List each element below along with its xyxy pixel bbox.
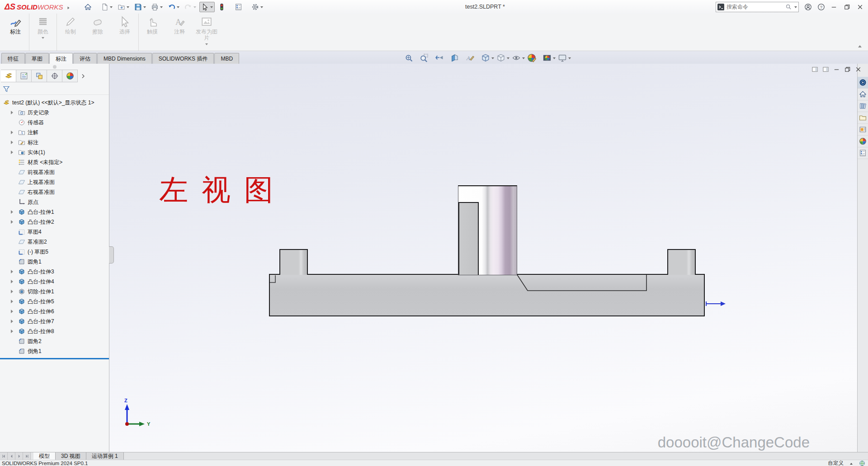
dropdown-caret-icon[interactable]: [110, 6, 113, 9]
part-right-boss[interactable]: [667, 249, 696, 275]
zoom-fit-button[interactable]: [404, 53, 418, 63]
tree-item[interactable]: 材质 <未指定>: [0, 157, 109, 167]
featuremanager-tree-tab[interactable]: [1, 70, 16, 82]
cloud-services-tab[interactable]: [858, 77, 868, 89]
tab-evaluate[interactable]: 评估: [73, 53, 97, 64]
tree-root[interactable]: test2 (默认) <<默认>_显示状态 1>: [0, 98, 109, 108]
tree-item[interactable]: 凸台-拉伸1: [0, 207, 109, 217]
settings-button[interactable]: [250, 2, 265, 12]
tree-item[interactable]: 凸台-拉伸7: [0, 316, 109, 326]
part-left-boss[interactable]: [279, 249, 308, 275]
erase-button[interactable]: 擦除: [84, 14, 111, 51]
dropdown-caret-icon[interactable]: [491, 57, 494, 61]
rollback-bar[interactable]: [0, 358, 109, 359]
expand-arrow-icon[interactable]: [11, 270, 16, 273]
logo-expand-icon[interactable]: [67, 6, 71, 9]
customize-caret-icon[interactable]: [850, 461, 853, 465]
expand-arrow-icon[interactable]: [11, 131, 16, 134]
tree-item[interactable]: 圆角1: [0, 257, 109, 267]
tree-item[interactable]: 右视基准面: [0, 187, 109, 197]
publish-image-button[interactable]: 发布为图片: [193, 14, 220, 51]
doc-pane-right-button[interactable]: [822, 66, 829, 73]
graphics-viewport[interactable]: 左视图 Z Y dooooit@ChangeCode: [109, 64, 857, 452]
minimize-button[interactable]: [830, 4, 837, 10]
dropdown-caret-icon[interactable]: [260, 6, 263, 9]
doc-minimize-button[interactable]: [833, 66, 840, 73]
restore-button[interactable]: [844, 4, 850, 10]
dropdown-caret-icon[interactable]: [143, 6, 146, 9]
rebuild-button[interactable]: [216, 2, 231, 12]
manager-tabs-expand-button[interactable]: [78, 70, 88, 82]
tree-item[interactable]: 凸台-拉伸4: [0, 277, 109, 287]
home-resources-tab[interactable]: [858, 89, 868, 100]
account-icon[interactable]: [804, 3, 812, 11]
print-button[interactable]: [149, 2, 165, 12]
view-palette-tab[interactable]: [858, 124, 868, 136]
previous-view-button[interactable]: [434, 53, 448, 63]
select-tool-button[interactable]: [199, 2, 215, 12]
help-icon[interactable]: [817, 3, 825, 11]
search-icon[interactable]: [785, 4, 792, 10]
tree-item[interactable]: 上视基准面: [0, 177, 109, 187]
view-orientation-button[interactable]: [481, 53, 495, 63]
expand-arrow-icon[interactable]: [11, 151, 16, 154]
view-settings-button[interactable]: [557, 53, 571, 63]
tree-item[interactable]: 注解: [0, 127, 109, 137]
expand-arrow-icon[interactable]: [11, 320, 16, 323]
next-model-nav-button[interactable]: [15, 452, 23, 460]
expand-arrow-icon[interactable]: [11, 310, 16, 313]
property-manager-tab[interactable]: [16, 70, 32, 82]
select-button[interactable]: 选择: [111, 14, 139, 51]
section-view-button[interactable]: [450, 53, 464, 63]
annotation-visibility-button[interactable]: [465, 53, 479, 63]
expand-arrow-icon[interactable]: [11, 210, 16, 214]
tab-mbd[interactable]: MBD: [214, 53, 239, 64]
tab-solidworks-addins[interactable]: SOLIDWORKS 插件: [152, 53, 214, 64]
tree-item[interactable]: 基准面2: [0, 237, 109, 247]
tree-item[interactable]: 倒角1: [0, 346, 109, 356]
tree-item[interactable]: 圆角2: [0, 336, 109, 346]
part-base-plate[interactable]: [269, 274, 705, 316]
dropdown-caret-icon[interactable]: [177, 6, 179, 9]
edit-appearance-button[interactable]: [527, 53, 541, 63]
tab-3d-views[interactable]: 3D 视图: [56, 452, 86, 460]
expand-arrow-icon[interactable]: [11, 290, 16, 293]
ribbon-collapse-icon[interactable]: [858, 43, 862, 47]
part-front-boss[interactable]: [458, 202, 479, 275]
prev-model-nav-button[interactable]: [8, 452, 15, 460]
design-library-tab[interactable]: [858, 100, 868, 112]
dropdown-caret-icon[interactable]: [127, 6, 129, 9]
customize-menu-button[interactable]: 自定义: [828, 460, 844, 466]
tree-item[interactable]: 凸台-拉伸8: [0, 326, 109, 336]
options-button[interactable]: [233, 2, 248, 12]
configuration-manager-tab[interactable]: [32, 70, 47, 82]
custom-properties-tab[interactable]: [858, 147, 868, 159]
tab-mbd-dimensions[interactable]: MBD Dimensions: [97, 53, 152, 64]
undo-button[interactable]: [166, 2, 181, 12]
color-button[interactable]: 颜色: [29, 14, 57, 51]
tree-filter-row[interactable]: [0, 84, 109, 95]
dropdown-caret-icon[interactable]: [42, 37, 44, 40]
new-document-button[interactable]: [99, 2, 114, 12]
panel-grip-handle[interactable]: [53, 65, 57, 69]
touch-button[interactable]: 触摸: [139, 14, 166, 51]
close-button[interactable]: [857, 4, 863, 10]
tree-item[interactable]: 切除-拉伸1: [0, 287, 109, 297]
expand-arrow-icon[interactable]: [11, 329, 16, 333]
tree-item[interactable]: 历史记录: [0, 108, 109, 118]
command-search-box[interactable]: [716, 2, 799, 12]
hide-show-items-button[interactable]: [511, 53, 525, 63]
tree-item[interactable]: 原点: [0, 197, 109, 207]
search-caret-icon[interactable]: [794, 6, 797, 9]
expand-arrow-icon[interactable]: [11, 141, 16, 144]
doc-close-button[interactable]: [855, 66, 862, 73]
dimxpert-manager-tab[interactable]: [47, 70, 62, 82]
tab-sketch[interactable]: 草图: [25, 53, 49, 64]
first-model-nav-button[interactable]: [0, 452, 8, 460]
expand-arrow-icon[interactable]: [11, 220, 16, 224]
expand-arrow-icon[interactable]: [11, 111, 16, 114]
tab-features[interactable]: 特征: [1, 53, 25, 64]
globe-icon[interactable]: [859, 460, 865, 466]
tree-item[interactable]: 传感器: [0, 118, 109, 127]
apply-scene-button[interactable]: [542, 53, 556, 63]
